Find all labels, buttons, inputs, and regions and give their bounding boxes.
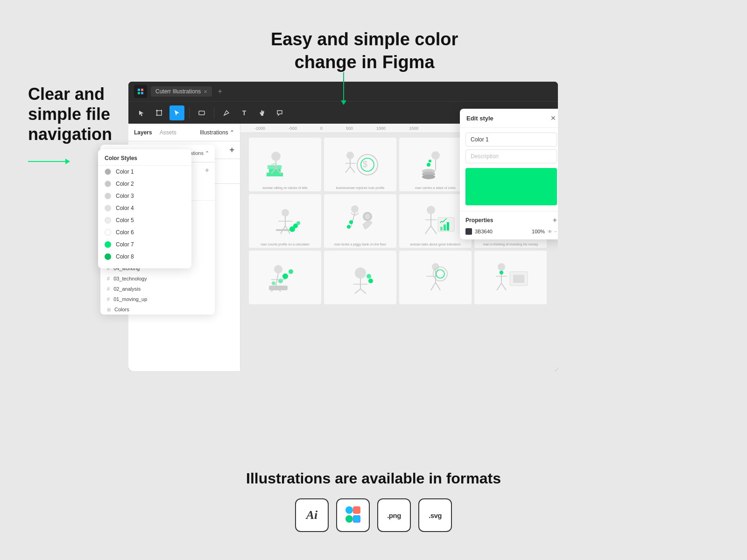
assets-tab[interactable]: Assets — [160, 129, 176, 136]
svg-rect-68 — [444, 224, 446, 231]
figma-logo-svg — [345, 506, 360, 524]
lpo-hash: # — [107, 286, 110, 292]
svg-point-81 — [274, 265, 282, 273]
edit-style-properties: Properties + 3B3640 100% 👁 − — [460, 211, 558, 239]
svg-rect-67 — [440, 227, 443, 231]
svg-line-71 — [431, 226, 437, 234]
edit-style-name-input[interactable]: Color 1 — [465, 133, 557, 147]
color-style-5[interactable]: Color 5 — [98, 214, 191, 226]
lpo-layer-02[interactable]: # 02_analysis — [100, 284, 215, 294]
color-style-8[interactable]: Color 8 — [98, 251, 191, 263]
property-icons: 👁 − — [548, 229, 557, 234]
rectangle-tool-btn[interactable] — [194, 105, 209, 120]
ai-format-icon[interactable]: Ai — [295, 498, 329, 532]
svg-point-91 — [355, 267, 366, 279]
edit-style-close-btn[interactable]: ✕ — [550, 114, 556, 122]
opacity-value: 100% — [532, 229, 545, 234]
toolbar-separator-2 — [214, 107, 214, 119]
figma-home-icon[interactable] — [134, 85, 147, 98]
color-style-4[interactable]: Color 4 — [98, 202, 191, 214]
color-style-3[interactable]: Color 3 — [98, 190, 191, 202]
svg-marker-11 — [175, 110, 179, 116]
select-tool-btn[interactable] — [169, 105, 184, 120]
tab-close-icon[interactable]: ✕ — [204, 89, 207, 94]
arrow-head — [65, 159, 70, 164]
color-style-2[interactable]: Color 2 — [98, 178, 191, 190]
bottom-section: Illustrations are available in formats A… — [0, 470, 747, 532]
illus-svg-12 — [474, 258, 547, 297]
lpo-colors-name: Colors — [114, 307, 129, 312]
main-title: Easy and simple color change in Figma — [271, 28, 458, 74]
color-style-1[interactable]: Color 1 — [98, 166, 191, 178]
new-tab-button[interactable]: + — [218, 87, 222, 96]
arrow-vertical-line — [343, 72, 344, 100]
illustrations-tab[interactable]: Illustrations ⌃ — [200, 129, 234, 136]
illustration-11 — [399, 251, 472, 304]
svg-rect-69 — [447, 222, 449, 231]
svg-point-50 — [296, 221, 300, 225]
lpo-colors[interactable]: ⊞ Colors — [100, 304, 215, 315]
svg-point-105 — [498, 263, 505, 271]
svg-rect-116 — [353, 506, 360, 514]
color-dot-7 — [105, 241, 111, 248]
move-tool-btn[interactable] — [134, 105, 149, 120]
svg-line-112 — [497, 283, 501, 290]
top-heading: Easy and simple color change in Figma — [271, 28, 458, 74]
svg-rect-1 — [141, 89, 143, 91]
svg-point-53 — [351, 205, 359, 213]
figma-format-icon[interactable] — [336, 498, 370, 532]
illus-svg-1 — [249, 145, 321, 184]
svg-line-113 — [501, 283, 506, 290]
svg-point-82 — [282, 273, 288, 279]
illus-svg-6 — [324, 201, 396, 241]
svg-text:$: $ — [363, 160, 367, 169]
illustration-12 — [474, 251, 547, 304]
lpo-layer-03[interactable]: # 03_technology — [100, 273, 215, 284]
color-style-label-2: Color 2 — [116, 181, 134, 187]
svg-line-94 — [355, 289, 360, 294]
text-tool-btn[interactable]: T — [237, 105, 252, 120]
svg-point-96 — [368, 279, 373, 283]
svg-point-44 — [282, 209, 289, 217]
svg-point-97 — [366, 274, 371, 279]
pen-tool-btn[interactable] — [219, 105, 234, 120]
edit-style-panel: Edit style ✕ Color 1 Description Propert… — [460, 109, 558, 239]
illustration-10 — [324, 251, 396, 304]
illus-caption-1: woman sitting on stacks of bills — [261, 186, 309, 189]
frame-tool-btn[interactable] — [152, 105, 167, 120]
color-style-label-3: Color 3 — [116, 193, 134, 199]
add-page-button[interactable]: + — [229, 145, 234, 155]
lpo-layer-name: 01_moving_up — [113, 296, 147, 302]
svg-line-102 — [431, 282, 436, 290]
svg-point-58 — [347, 225, 351, 229]
svg-rect-115 — [345, 515, 353, 523]
color-style-7[interactable]: Color 7 — [98, 238, 191, 251]
ai-label: Ai — [306, 508, 318, 522]
figma-tab[interactable]: Cuterr Illustrations ✕ — [151, 86, 212, 97]
illus-svg-5 — [249, 201, 321, 241]
png-format-icon[interactable]: .png — [377, 498, 411, 532]
lpo-layer-01[interactable]: # 01_moving_up — [100, 294, 215, 304]
layers-tab[interactable]: Layers — [134, 129, 152, 136]
arrow-vertical-head — [341, 100, 346, 105]
illus-caption-3: man carries a stack of coins — [413, 186, 458, 189]
hand-tool-btn[interactable] — [254, 105, 269, 120]
eye-icon[interactable]: 👁 — [548, 229, 552, 234]
color-swatch — [465, 228, 472, 235]
svg-point-55 — [365, 214, 370, 219]
svg-label: .svg — [429, 511, 442, 519]
color-dot-4 — [105, 205, 111, 211]
properties-header: Properties + — [465, 216, 557, 224]
illustration-1: woman sitting on stacks of bills — [249, 138, 321, 191]
comment-tool-btn[interactable] — [272, 105, 287, 120]
add-property-btn[interactable]: + — [553, 216, 557, 224]
svg-point-4 — [141, 92, 143, 94]
svg-line-70 — [425, 226, 431, 234]
minus-icon[interactable]: − — [554, 229, 557, 234]
color-style-6[interactable]: Color 6 — [98, 226, 191, 238]
color-dot-1 — [105, 168, 111, 175]
illustration-6: man broke a piggy bank on the floor — [324, 194, 396, 248]
svg-format-icon[interactable]: .svg — [418, 498, 452, 532]
edit-style-description[interactable]: Description — [465, 149, 557, 163]
lpo-add-page-btn[interactable]: + — [205, 166, 209, 175]
